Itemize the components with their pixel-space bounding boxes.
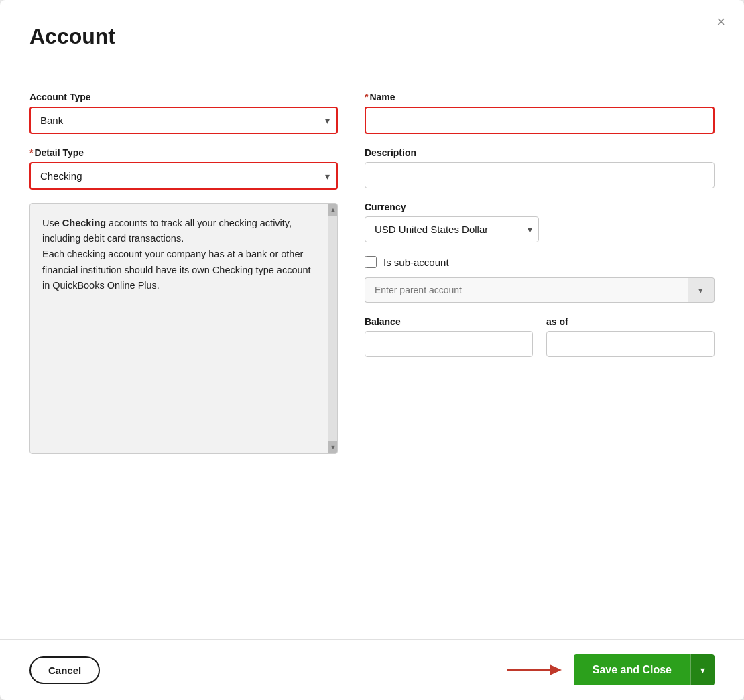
as-of-group: as of 03/27/2024 [546,316,715,357]
sub-account-label: Is sub-account [383,257,449,268]
parent-account-group: ▾ [365,277,715,303]
account-type-select[interactable]: Bank [29,107,338,134]
cancel-button[interactable]: Cancel [29,656,100,684]
scroll-up-button[interactable]: ▲ [328,204,338,216]
modal-footer: Cancel Save and Close ▾ [0,639,744,700]
name-group: *Name Amazon United States of America Ba… [365,92,715,134]
as-of-input[interactable]: 03/27/2024 [546,331,715,357]
balance-row: Balance as of 03/27/2024 [365,316,715,357]
red-arrow-icon [504,660,564,680]
save-close-dropdown-button[interactable]: ▾ [690,654,715,685]
account-type-label: Account Type [29,92,338,102]
info-paragraph-2: Each checking account your company has a… [42,247,318,293]
currency-group: Currency USD United States Dollar ▾ [365,202,715,242]
save-close-group: Save and Close ▾ [574,654,715,685]
detail-type-label: *Detail Type [29,147,338,158]
modal-body: Account × Account Type Bank ▾ [0,0,744,639]
modal-title: Account [29,24,115,49]
balance-group: Balance [365,316,533,357]
detail-type-group: *Detail Type Checking ▾ [29,147,338,190]
as-of-label: as of [546,316,715,327]
close-button[interactable]: × [712,12,729,32]
description-label: Description [365,147,715,158]
name-label: *Name [365,92,715,102]
form-left-column: Account Type Bank ▾ *Detail Type [29,92,338,454]
svg-marker-1 [550,664,562,675]
name-required: * [365,92,368,102]
description-input[interactable] [365,162,715,188]
description-group: Description [365,147,715,188]
sub-account-checkbox[interactable] [365,256,377,268]
currency-select-wrapper: USD United States Dollar ▾ [365,216,539,242]
detail-type-select-wrapper: Checking ▾ [29,162,338,190]
detail-type-required: * [29,147,33,158]
info-bold: Checking [62,218,106,228]
balance-input[interactable] [365,331,533,357]
info-text-container: Use Checking accounts to track all your … [30,204,337,453]
parent-account-dropdown-button[interactable]: ▾ [688,277,715,303]
detail-type-select[interactable]: Checking [29,162,338,190]
currency-label: Currency [365,202,715,212]
form-main-row: Account Type Bank ▾ *Detail Type [29,92,715,454]
account-modal: Account × Account Type Bank ▾ [0,0,744,700]
parent-account-input[interactable] [365,277,688,303]
name-input[interactable]: Amazon United States of America Balance [365,107,715,134]
save-close-dropdown-icon: ▾ [700,664,705,675]
footer-right: Save and Close ▾ [504,654,715,685]
sub-account-row: Is sub-account [365,256,715,268]
info-box: Use Checking accounts to track all your … [29,203,338,454]
balance-label: Balance [365,316,533,327]
arrow-container [504,660,564,680]
account-type-group: Account Type Bank ▾ [29,92,338,134]
save-and-close-button[interactable]: Save and Close [574,654,690,685]
info-paragraph-1: Use Checking accounts to track all your … [42,216,318,247]
account-type-select-wrapper: Bank ▾ [29,107,338,134]
scroll-down-button[interactable]: ▼ [328,441,338,453]
scrollbar-track: ▲ ▼ [328,204,337,453]
form-right-column: *Name Amazon United States of America Ba… [365,92,715,454]
currency-select[interactable]: USD United States Dollar [365,216,539,242]
